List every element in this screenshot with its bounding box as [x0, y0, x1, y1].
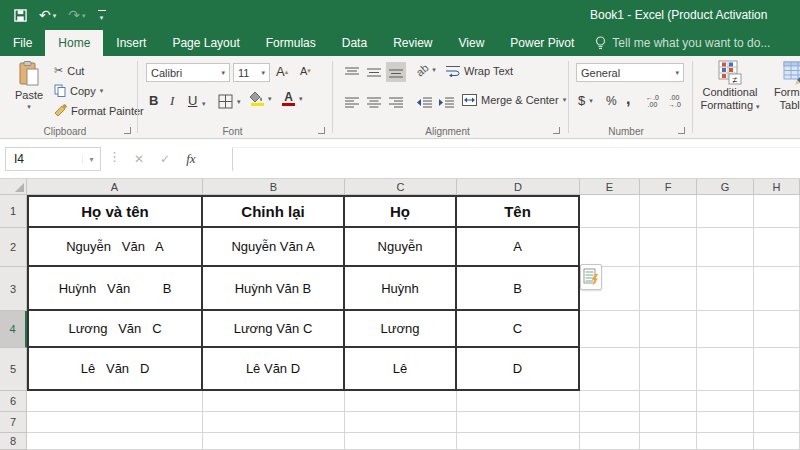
- redo-caret-icon[interactable]: ▾: [82, 12, 86, 19]
- cell-A2[interactable]: Nguyễn Văn A: [27, 228, 203, 267]
- cell-D8[interactable]: [457, 433, 580, 450]
- cell-D4[interactable]: C: [457, 311, 580, 348]
- cell-H4[interactable]: [754, 311, 800, 348]
- cell-C5[interactable]: Lê: [345, 348, 457, 391]
- row-header-4-selected[interactable]: 4: [0, 311, 27, 348]
- cell-C1[interactable]: Họ: [345, 195, 457, 228]
- clipboard-dialog-launcher-icon[interactable]: [124, 127, 131, 134]
- tab-insert[interactable]: Insert: [103, 30, 159, 56]
- cell-D7[interactable]: [457, 412, 580, 433]
- borders-caret-icon[interactable]: ▾: [237, 98, 241, 106]
- number-dialog-launcher-icon[interactable]: [678, 127, 685, 134]
- flash-fill-options-button[interactable]: [580, 264, 602, 290]
- cell-F1[interactable]: [640, 195, 697, 228]
- cell-D2[interactable]: A: [457, 228, 580, 267]
- name-box-caret-icon[interactable]: ▾: [82, 155, 100, 164]
- select-all-corner[interactable]: [0, 179, 27, 195]
- cell-G7[interactable]: [697, 412, 754, 433]
- increase-font-size-button[interactable]: A▴: [276, 64, 288, 79]
- underline-button[interactable]: U: [188, 93, 197, 108]
- cell-C8[interactable]: [345, 433, 457, 450]
- decrease-indent-button[interactable]: [414, 92, 434, 112]
- font-dialog-launcher-icon[interactable]: [318, 127, 325, 134]
- undo-button[interactable]: ↶ ▾: [39, 8, 56, 22]
- column-header-e[interactable]: E: [580, 179, 640, 195]
- tab-formulas[interactable]: Formulas: [253, 30, 329, 56]
- cell-C2[interactable]: Nguyễn: [345, 228, 457, 267]
- align-center-button[interactable]: [364, 92, 384, 112]
- save-button[interactable]: [14, 9, 27, 22]
- decrease-font-size-button[interactable]: A▾: [300, 65, 311, 77]
- cell-H7[interactable]: [754, 412, 800, 433]
- tab-power-pivot[interactable]: Power Pivot: [497, 30, 587, 56]
- cell-G6[interactable]: [697, 391, 754, 412]
- cell-B1[interactable]: Chỉnh lại: [203, 195, 345, 228]
- tab-data[interactable]: Data: [329, 30, 380, 56]
- cell-B7[interactable]: [203, 412, 345, 433]
- cell-H3[interactable]: [754, 267, 800, 311]
- comma-style-button[interactable]: ,: [626, 90, 630, 108]
- cell-E6[interactable]: [580, 391, 640, 412]
- undo-caret-icon[interactable]: ▾: [53, 12, 57, 19]
- cell-G1[interactable]: [697, 195, 754, 228]
- insert-function-button[interactable]: fx: [186, 151, 195, 167]
- cell-D5[interactable]: D: [457, 348, 580, 391]
- enter-button[interactable]: ✓: [160, 152, 170, 166]
- row-header-1[interactable]: 1: [0, 195, 27, 228]
- tell-me-search[interactable]: Tell me what you want to do...: [595, 30, 770, 56]
- cell-B5[interactable]: Lê Văn D: [203, 348, 345, 391]
- font-color-caret-icon[interactable]: ▾: [299, 95, 303, 103]
- cell-G2[interactable]: [697, 228, 754, 267]
- cell-F4[interactable]: [640, 311, 697, 348]
- cell-D1[interactable]: Tên: [457, 195, 580, 228]
- column-header-d[interactable]: D: [457, 179, 580, 195]
- cell-C6[interactable]: [345, 391, 457, 412]
- cell-F7[interactable]: [640, 412, 697, 433]
- format-as-table-button[interactable]: Format a Table ▾: [764, 60, 800, 113]
- cell-A7[interactable]: [27, 412, 203, 433]
- cell-A1[interactable]: Họ và tên: [27, 195, 203, 228]
- font-family-combo[interactable]: Calibri ▾: [146, 63, 230, 82]
- name-box[interactable]: I4 ▾: [5, 147, 101, 171]
- cell-E7[interactable]: [580, 412, 640, 433]
- number-format-combo[interactable]: General ▾: [576, 63, 684, 82]
- cell-F2[interactable]: [640, 228, 697, 267]
- accounting-format-button[interactable]: $ ▾: [578, 93, 593, 108]
- font-color-button[interactable]: A ▾: [282, 92, 303, 106]
- alignment-dialog-launcher-icon[interactable]: [553, 127, 560, 134]
- cell-A6[interactable]: [27, 391, 203, 412]
- row-header-7[interactable]: 7: [0, 412, 27, 433]
- row-header-3[interactable]: 3: [0, 267, 27, 311]
- cell-E1[interactable]: [580, 195, 640, 228]
- middle-align-button[interactable]: [364, 62, 384, 82]
- wrap-text-button[interactable]: Wrap Text: [446, 65, 513, 77]
- italic-button[interactable]: I: [170, 93, 174, 109]
- column-header-b[interactable]: B: [203, 179, 345, 195]
- increase-decimal-button[interactable]: ←.0 .00: [646, 94, 659, 108]
- underline-caret-icon[interactable]: ▾: [202, 100, 206, 108]
- font-size-combo[interactable]: 11 ▾: [233, 63, 270, 82]
- increase-indent-button[interactable]: [436, 92, 456, 112]
- tab-view[interactable]: View: [446, 30, 498, 56]
- cell-E5[interactable]: [580, 348, 640, 391]
- bold-button[interactable]: B: [149, 93, 158, 108]
- row-header-2[interactable]: 2: [0, 228, 27, 267]
- cell-F6[interactable]: [640, 391, 697, 412]
- align-right-button[interactable]: [386, 92, 406, 112]
- cell-H5[interactable]: [754, 348, 800, 391]
- cell-B4[interactable]: Lương Văn C: [203, 311, 345, 348]
- row-header-6[interactable]: 6: [0, 391, 27, 412]
- redo-button[interactable]: ↷ ▾: [68, 8, 85, 22]
- paste-button[interactable]: Paste ▾: [8, 61, 50, 127]
- tab-file[interactable]: File: [0, 30, 45, 56]
- row-header-8[interactable]: 8: [0, 433, 27, 450]
- cell-G8[interactable]: [697, 433, 754, 450]
- cell-F3[interactable]: [640, 267, 697, 311]
- fill-color-button[interactable]: ▾: [250, 92, 272, 106]
- tab-page-layout[interactable]: Page Layout: [159, 30, 252, 56]
- cell-B8[interactable]: [203, 433, 345, 450]
- column-header-c[interactable]: C: [345, 179, 457, 195]
- cell-B6[interactable]: [203, 391, 345, 412]
- tab-review[interactable]: Review: [380, 30, 445, 56]
- cell-H6[interactable]: [754, 391, 800, 412]
